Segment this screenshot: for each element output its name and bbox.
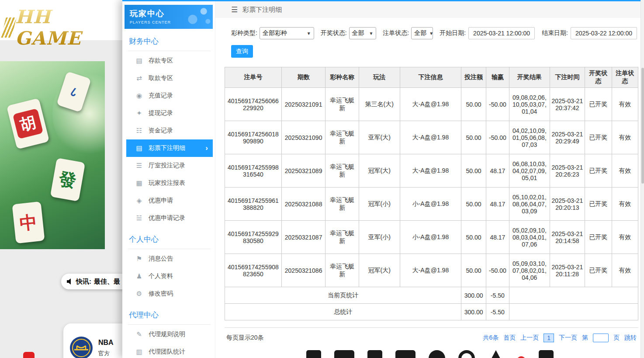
sidebar-item[interactable]: ⚙修改密码 — [122, 285, 213, 302]
cell-winloss: 48.17 — [486, 188, 509, 221]
start-date-label: 开始日期: — [440, 29, 466, 37]
table-header-row: 注单号 期数 彩种名称 玩法 下注信息 投注额 输赢 开奖结果 下注时间 开奖状… — [225, 67, 638, 88]
logo-mark-icon — [1, 17, 16, 38]
scrollbar-thumb[interactable] — [641, 68, 644, 184]
sidebar-item[interactable]: ☷资金记录 — [122, 122, 213, 139]
footer-logo — [367, 350, 382, 358]
cell-bet-no: 401569174255998316540 — [225, 154, 282, 188]
cell-winloss: -50.00 — [486, 88, 509, 121]
sidebar-item[interactable]: ♟个人资料 — [122, 268, 213, 285]
cell-draw-status: 已开奖 — [585, 154, 612, 188]
cell-bet-no: 401569174255908823650 — [225, 254, 282, 287]
cell-play: 冠军(大) — [359, 254, 400, 287]
sidebar-item[interactable]: ✦提现记录 — [122, 104, 213, 122]
cell-period: 20250321090 — [281, 121, 325, 154]
sidebar-item-label: 个人资料 — [149, 272, 173, 280]
cell-amount: 50.00 — [461, 221, 486, 254]
nba-card-title: NBA — [98, 339, 114, 347]
search-button[interactable]: 查询 — [231, 45, 253, 58]
sidebar-item[interactable]: ⚑消息公告 — [122, 250, 213, 268]
cell-draw-status: 已开奖 — [585, 121, 612, 154]
sidebar-section-title: 财务中心 — [128, 33, 211, 51]
page-scrollbar[interactable] — [641, 0, 644, 358]
mahjong-tile-zhong: 中 — [12, 202, 45, 243]
cell-bet-status: 有效 — [612, 154, 638, 188]
col-header-result: 开奖结果 — [509, 67, 550, 88]
cell-amount: 50.00 — [461, 254, 486, 287]
cell-period: 20250321088 — [281, 188, 325, 221]
mahjong-tile-hu: 胡 — [7, 98, 49, 149]
sidebar-item-label: 彩票下注明细 — [149, 144, 185, 152]
lottery-type-select[interactable]: 全部彩种 ▼ — [260, 27, 314, 39]
sidebar-item[interactable]: ▤彩票下注明细› — [126, 139, 213, 157]
sidebar-section-title: 代理中心 — [128, 307, 211, 325]
current-page-badge[interactable]: 1 — [544, 334, 554, 342]
cell-lottery: 幸运飞艇新 — [325, 188, 359, 221]
sidebar-item[interactable]: ☰厅室投注记录 — [122, 157, 213, 174]
cell-time: 2025-03-21 20:20:13 — [550, 188, 585, 221]
summary-amount: 300.00 — [461, 287, 486, 304]
cell-draw-status: 已开奖 — [585, 188, 612, 221]
site-logo[interactable]: HH GAME — [0, 0, 122, 49]
start-date-input[interactable] — [468, 27, 535, 39]
cell-bet-no: 401569174256066229920 — [225, 88, 282, 121]
cashout-record-icon: ✦ — [135, 109, 143, 117]
sidebar-item-label: 取款专区 — [149, 74, 173, 82]
draw-status-value: 全部 — [352, 29, 364, 37]
page-jump-input[interactable] — [593, 334, 609, 342]
chevron-down-icon: ▼ — [429, 31, 433, 36]
sidebar-item[interactable]: ◈优惠申请 — [122, 192, 213, 209]
sidebar-item-label: 代理规则说明 — [149, 330, 185, 338]
cell-result: 04,02,10,09,01,05,06,08,07,03 — [509, 121, 550, 154]
page-title: 彩票下注明细 — [242, 6, 282, 14]
draw-status-label: 开奖状态: — [321, 29, 347, 37]
cell-info: 大-A盘@1.98 — [400, 88, 461, 121]
cell-lottery: 幸运飞艇新 — [325, 121, 359, 154]
menu-icon[interactable]: ☰ — [231, 5, 238, 14]
cell-bet-status: 有效 — [612, 88, 638, 121]
cell-lottery: 幸运飞艇新 — [325, 88, 359, 121]
sidebar-item[interactable]: ◉充值记录 — [122, 87, 213, 104]
sidebar-item[interactable]: ⇄取款专区 — [122, 70, 213, 87]
footer-logo — [395, 350, 415, 358]
announcement-icon: ⚑ — [135, 255, 143, 263]
cell-winloss: 48.17 — [486, 221, 509, 254]
summary-winloss: -5.50 — [486, 304, 509, 320]
cell-result: 05,02,09,10,08,03,04,01,07,06 — [509, 221, 550, 254]
lottery-type-value: 全部彩种 — [263, 29, 287, 37]
cell-result: 06,08,10,03,04,02,07,09,05,01 — [509, 154, 550, 188]
sidebar-item[interactable]: ▤存款专区 — [122, 52, 213, 70]
cell-lottery: 幸运飞艇新 — [325, 254, 359, 287]
page-jump-button[interactable]: 跳转 — [624, 334, 637, 342]
panel-title: 玩家中心 — [130, 8, 208, 19]
cell-period: 20250321086 — [281, 254, 325, 287]
cell-bet-status: 有效 — [612, 121, 638, 154]
sidebar-item[interactable]: ✎代理规则说明 — [122, 326, 213, 343]
panel-subtitle: PLAYERS CENTER — [130, 20, 208, 24]
bet-status-label: 注单状态: — [383, 29, 409, 37]
cell-bet-status: 有效 — [612, 254, 638, 287]
cell-winloss: 48.17 — [486, 154, 509, 188]
sidebar-item[interactable]: ☱优惠申请记录 — [122, 209, 213, 227]
col-header-time: 下注时间 — [550, 67, 585, 88]
cell-bet-status: 有效 — [612, 221, 638, 254]
bet-status-select[interactable]: 全部 ▼ — [411, 27, 433, 39]
ticker-text: 最佳、最 — [94, 278, 120, 286]
first-page-link[interactable]: 首页 — [503, 334, 516, 342]
next-page-link[interactable]: 下一页 — [559, 334, 577, 342]
cell-play: 冠军(小) — [359, 188, 400, 221]
panel-header: 玩家中心 PLAYERS CENTER — [125, 5, 213, 29]
cell-info: 小-A盘@1.98 — [400, 188, 461, 221]
cell-bet-status: 有效 — [612, 188, 638, 221]
agent-team-stats-icon: ▥ — [135, 348, 143, 356]
bet-status-value: 全部 — [414, 29, 426, 37]
summary-empty — [509, 304, 638, 320]
draw-status-select[interactable]: 全部 ▼ — [349, 27, 377, 39]
sidebar-item[interactable]: ▦玩家投注报表 — [122, 174, 213, 192]
sidebar-item[interactable]: ▥代理团队统计 — [122, 343, 213, 358]
end-date-label: 结束日期: — [542, 29, 568, 37]
bet-table: 注单号 期数 彩种名称 玩法 下注信息 投注额 输赢 开奖结果 下注时间 开奖状… — [225, 67, 638, 320]
end-date-input[interactable] — [571, 27, 637, 39]
cell-bet-no: 401569174256018909890 — [225, 121, 282, 154]
prev-page-link[interactable]: 上一页 — [520, 334, 539, 342]
